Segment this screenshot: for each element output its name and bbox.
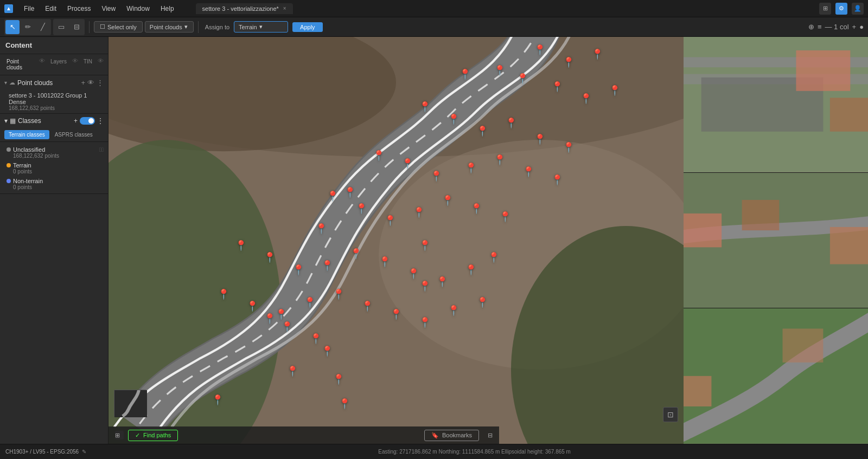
pin-green-2[interactable]: 📍 (563, 57, 575, 67)
pin-green-37[interactable]: 📍 (436, 277, 448, 287)
class-item-terrain[interactable]: Terrain 0 points (0, 160, 108, 176)
point-cloud-dropdown[interactable]: Point clouds ▾ (145, 21, 194, 33)
add-cloud-icon[interactable]: + (81, 79, 85, 87)
grid-icon[interactable]: ⊞ (819, 3, 831, 15)
mini-map[interactable] (114, 390, 146, 417)
line-tool-button[interactable]: ╱ (36, 20, 50, 34)
pin-green-8[interactable]: 📍 (580, 94, 592, 104)
settings-icon[interactable]: ⚙ (835, 3, 847, 15)
pin-green-40[interactable]: 📍 (218, 289, 229, 299)
pin-yellow-6[interactable]: 📍 (281, 322, 293, 332)
menu-view[interactable]: View (99, 4, 118, 14)
pin-green-1[interactable]: 📍 (534, 45, 546, 55)
more-cloud-icon[interactable]: ⋮ (97, 79, 104, 87)
pin-green-32[interactable]: 📍 (292, 265, 304, 275)
find-paths-button[interactable]: ✓ Find paths (128, 430, 178, 441)
pin-green-13[interactable]: 📍 (505, 118, 517, 128)
pin-yellow-11[interactable]: 📍 (212, 395, 224, 405)
sidebar-tab-layers[interactable]: Layers (48, 57, 69, 72)
pin-green-12[interactable]: 📍 (476, 126, 488, 136)
pin-green-36[interactable]: 📍 (407, 269, 419, 279)
pin-green-14[interactable]: 📍 (534, 134, 546, 144)
pin-green-41[interactable]: 📍 (246, 301, 258, 311)
bookmarks-button[interactable]: 🔖 Bookmarks (424, 430, 479, 441)
pin-green-31[interactable]: 📍 (264, 253, 276, 262)
pin-green-24[interactable]: 📍 (355, 204, 367, 214)
pin-green-22[interactable]: 📍 (551, 175, 563, 185)
pin-yellow-10[interactable]: 📍 (333, 374, 344, 384)
apply-button[interactable]: Apply (292, 22, 323, 32)
add-class-icon[interactable]: + (74, 117, 78, 125)
pin-yellow-4[interactable]: 📍 (419, 281, 431, 291)
add-icon[interactable]: + (852, 23, 857, 31)
eye-cloud-icon[interactable]: 👁 (87, 79, 94, 87)
pin-green-33[interactable]: 📍 (321, 261, 333, 270)
pin-green-4[interactable]: 📍 (459, 69, 471, 79)
pin-green-44[interactable]: 📍 (333, 289, 344, 299)
menu-window[interactable]: Window (124, 4, 152, 14)
pin-yellow-2[interactable]: 📍 (344, 188, 356, 197)
target-icon[interactable]: ⊕ (808, 23, 814, 31)
pin-green-28[interactable]: 📍 (470, 204, 482, 214)
pin-green-39[interactable]: 📍 (488, 253, 500, 262)
assign-dropdown[interactable]: Terrain ▾ (234, 21, 288, 33)
box-tool-button[interactable]: ▭ (54, 20, 68, 34)
layer-tool-button[interactable]: ⊟ (69, 20, 84, 34)
pin-green-48[interactable]: 📍 (448, 306, 459, 315)
unclassified-eye-icon[interactable]: 👁̶ (99, 146, 104, 153)
menu-edit[interactable]: Edit (43, 4, 59, 14)
pin-green-43[interactable]: 📍 (304, 298, 316, 307)
asprs-classes-tab[interactable]: ASPRS classes (50, 130, 97, 139)
pin-green-45[interactable]: 📍 (361, 301, 373, 311)
more-class-icon[interactable]: ⋮ (97, 117, 104, 125)
classes-toggle[interactable] (80, 117, 95, 125)
pin-green-30[interactable]: 📍 (235, 241, 247, 250)
pin-green-15[interactable]: 📍 (563, 143, 575, 152)
menu-help[interactable]: Help (158, 4, 176, 14)
pin-green-5[interactable]: 📍 (494, 66, 506, 75)
thumbnail-3[interactable] (684, 308, 868, 444)
pin-green-35[interactable]: 📍 (379, 257, 391, 267)
pin-yellow-1[interactable]: 📍 (315, 224, 327, 234)
screenshot-button[interactable]: ⊡ (663, 407, 678, 422)
filter-icon[interactable]: ≡ (818, 23, 822, 31)
pin-yellow-3[interactable]: 📍 (419, 241, 431, 250)
main-tab[interactable]: settore 3 - vettorializzazione* × (196, 3, 293, 14)
collapse-right-icon[interactable]: ⊟ (488, 432, 493, 439)
collapse-left-icon[interactable]: ⊞ (115, 431, 124, 439)
pin-green-6[interactable]: 📍 (516, 74, 528, 83)
point-clouds-section-header[interactable]: ▾ ☁ Point clouds + 👁 ⋮ (0, 75, 108, 90)
pin-green-11[interactable]: 📍 (448, 114, 459, 124)
pin-green-26[interactable]: 📍 (413, 208, 425, 217)
pin-green-19[interactable]: 📍 (465, 163, 477, 173)
pin-green-20[interactable]: 📍 (494, 155, 506, 165)
pin-green-38[interactable]: 📍 (465, 265, 477, 275)
pin-green-25[interactable]: 📍 (384, 216, 396, 225)
pin-green-16[interactable]: 📍 (373, 151, 385, 160)
thumbnail-2[interactable] (684, 173, 868, 308)
pin-green-3[interactable]: 📍 (591, 49, 603, 59)
menu-file[interactable]: File (22, 4, 36, 14)
user-icon[interactable]: 👤 (852, 3, 864, 15)
pin-yellow-12[interactable]: 📍 (339, 399, 350, 409)
select-only-button[interactable]: ☐ Select only (94, 21, 143, 33)
pin-green-34[interactable]: 📍 (350, 249, 362, 258)
tab-close-button[interactable]: × (283, 5, 286, 11)
pin-yellow-9[interactable]: 📍 (286, 366, 298, 376)
edit-crs-icon[interactable]: ✎ (82, 449, 86, 455)
dot-icon[interactable]: ● (859, 23, 864, 31)
draw-tool-button[interactable]: ✏ (21, 20, 35, 34)
pin-yellow-5[interactable]: 📍 (264, 314, 276, 324)
pin-green-49[interactable]: 📍 (476, 298, 488, 307)
class-item-unclassified[interactable]: Unclassified 👁̶ 168,122,632 points (0, 144, 108, 160)
pin-green-9[interactable]: 📍 (609, 86, 621, 95)
pin-green-42[interactable]: 📍 (275, 309, 287, 319)
pin-yellow-7[interactable]: 📍 (310, 334, 322, 344)
terrain-classes-tab[interactable]: Terrain classes (4, 130, 49, 139)
pin-green-23[interactable]: 📍 (327, 191, 339, 201)
menu-process[interactable]: Process (65, 4, 93, 14)
pin-green-46[interactable]: 📍 (390, 309, 402, 319)
thumbnail-1[interactable] (684, 37, 868, 172)
sidebar-tab-tin[interactable]: TIN (81, 57, 94, 72)
pin-green-17[interactable]: 📍 (401, 159, 413, 169)
